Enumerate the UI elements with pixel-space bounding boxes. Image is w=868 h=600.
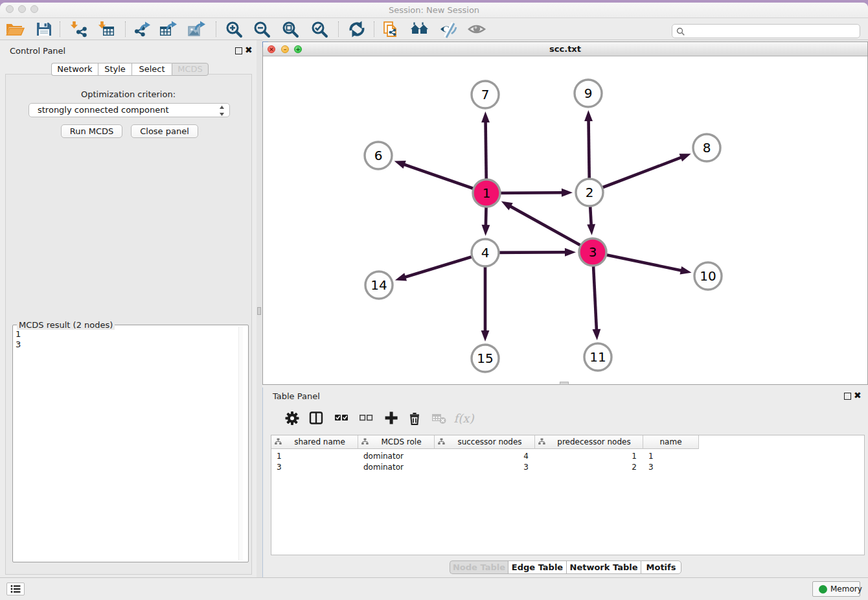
save-session-icon[interactable]	[34, 20, 54, 38]
graph-node-8[interactable]: 8	[693, 134, 720, 161]
mcds-panel: MCDS result (2 nodes) 1 3	[5, 74, 252, 575]
network-graph: 1234678910111415	[263, 56, 867, 384]
control-panel-tabs: NetworkStyleSelectMCDS	[0, 63, 257, 76]
table-panel: Table Panel ✖ f(x)	[262, 387, 868, 577]
horizontal-splitter-handle[interactable]	[560, 382, 569, 385]
splitter-handle[interactable]	[257, 307, 261, 315]
graph-node-11[interactable]: 11	[584, 343, 611, 371]
statusbar: Memory	[0, 577, 868, 600]
column-type-icon	[361, 438, 369, 447]
graph-node-7[interactable]: 7	[472, 81, 499, 108]
memory-status-icon	[819, 585, 827, 594]
tab-edge-table[interactable]: Edge Table	[508, 560, 566, 574]
toolbar-separator	[338, 21, 339, 37]
close-panel-button[interactable]: Close panel	[131, 124, 198, 138]
task-list-icon	[10, 584, 21, 594]
table-cell: 1	[648, 452, 654, 461]
table-cell: 2	[632, 463, 637, 472]
memory-button[interactable]: Memory	[812, 581, 860, 597]
delete-table-icon	[429, 408, 448, 428]
column-settings-icon[interactable]	[282, 408, 302, 428]
result-scrollbar[interactable]	[238, 327, 243, 560]
select-chevrons-icon	[219, 105, 225, 121]
criterion-select[interactable]: strongly connected component	[29, 103, 230, 117]
clone-network-icon[interactable]	[382, 20, 401, 38]
table-float-icon[interactable]	[844, 393, 851, 400]
optimization-criterion-label: Optimization criterion:	[0, 89, 257, 99]
graph-node-14[interactable]: 14	[365, 271, 393, 299]
add-icon[interactable]	[382, 408, 401, 428]
delete-icon[interactable]	[405, 408, 424, 428]
svg-text:10: 10	[700, 268, 716, 284]
deselect-all-icon[interactable]	[356, 408, 376, 428]
column-type-icon	[275, 438, 282, 447]
export-network-icon[interactable]	[133, 20, 152, 38]
function-builder-icon: f(x)	[454, 408, 474, 428]
show-all-icon[interactable]	[468, 20, 487, 38]
open-session-icon[interactable]	[5, 20, 25, 38]
tab-node-table[interactable]: Node Table	[450, 560, 508, 574]
control-panel-header: Control Panel ✖	[0, 40, 257, 60]
svg-text:3: 3	[589, 244, 597, 260]
network-canvas[interactable]: 1234678910111415	[263, 56, 867, 384]
graph-node-1[interactable]: 1	[473, 179, 500, 207]
tab-select[interactable]: Select	[131, 63, 172, 76]
table-row[interactable]: 3dominator323	[271, 462, 864, 473]
column-type-icon	[438, 438, 445, 447]
network-window-titlebar[interactable]: × – + scc.txt	[263, 42, 867, 56]
graph-node-9[interactable]: 9	[575, 80, 602, 107]
column-header-shared-name[interactable]: shared name	[271, 435, 358, 449]
panel-splitter[interactable]	[257, 40, 262, 577]
control-panel-title: Control Panel	[10, 46, 65, 56]
float-panel-icon[interactable]	[235, 47, 242, 54]
table-tabs: Node TableEdge TableNetwork TableMotifs	[263, 560, 868, 574]
zoom-in-icon[interactable]	[225, 20, 244, 38]
task-history-button[interactable]	[6, 583, 25, 595]
run-mcds-button[interactable]: Run MCDS	[61, 124, 122, 138]
table-cell: 3	[523, 463, 529, 472]
zoom-out-icon[interactable]	[253, 20, 272, 38]
svg-text:1: 1	[483, 185, 491, 201]
select-all-icon[interactable]	[332, 408, 351, 428]
tab-motifs[interactable]: Motifs	[641, 560, 681, 574]
show-columns-icon[interactable]	[306, 408, 326, 428]
import-network-icon[interactable]	[69, 20, 88, 38]
graph-node-4[interactable]: 4	[472, 239, 499, 266]
zoom-fit-icon[interactable]	[281, 20, 301, 38]
toolbar-separator	[374, 21, 374, 37]
mcds-result-group: MCDS result (2 nodes) 1 3	[12, 325, 249, 562]
refresh-icon[interactable]	[347, 20, 367, 38]
export-image-icon[interactable]	[187, 20, 207, 38]
tab-style[interactable]: Style	[98, 63, 131, 76]
export-table-icon[interactable]	[159, 20, 178, 38]
svg-text:15: 15	[477, 351, 493, 366]
import-table-icon[interactable]	[97, 20, 116, 38]
column-header-MCDS-role[interactable]: MCDS role	[358, 435, 435, 449]
tab-network-table[interactable]: Network Table	[566, 560, 641, 574]
svg-text:14: 14	[371, 277, 387, 293]
zoom-selected-icon[interactable]	[310, 20, 330, 38]
close-panel-icon[interactable]: ✖	[245, 45, 253, 54]
search-input[interactable]	[672, 24, 860, 38]
table-row[interactable]: 1dominator411	[271, 451, 864, 462]
table-cell: 3	[648, 463, 654, 472]
table-close-icon[interactable]: ✖	[854, 391, 862, 400]
graph-node-15[interactable]: 15	[472, 345, 499, 372]
graph-node-10[interactable]: 10	[694, 262, 722, 290]
column-header-predecessor-nodes[interactable]: predecessor nodes	[535, 435, 643, 449]
tab-mcds[interactable]: MCDS	[172, 63, 209, 76]
column-header-name[interactable]: name	[643, 435, 699, 449]
graph-node-2[interactable]: 2	[576, 179, 603, 206]
tab-network[interactable]: Network	[51, 63, 98, 76]
mcds-result-text[interactable]: 1 3	[16, 329, 21, 350]
svg-text:8: 8	[703, 140, 711, 156]
column-header-successor-nodes[interactable]: successor nodes	[435, 435, 535, 449]
table-cell: 3	[277, 463, 282, 472]
app-window: Session: New Session	[0, 3, 868, 600]
show-panels-icon[interactable]	[410, 20, 429, 38]
graph-node-6[interactable]: 6	[365, 142, 392, 169]
hide-panels-icon[interactable]	[439, 20, 458, 38]
graph-node-3[interactable]: 3	[579, 238, 606, 266]
toolbar-separator	[216, 21, 216, 37]
svg-text:7: 7	[481, 87, 490, 102]
